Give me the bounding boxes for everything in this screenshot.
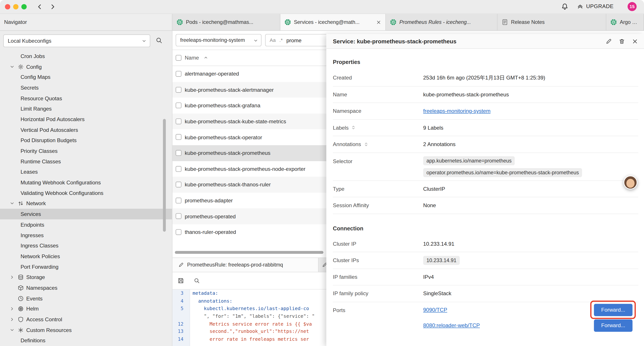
horizontal-scrollbar[interactable]	[175, 251, 324, 254]
save-icon[interactable]	[177, 277, 184, 284]
sidebar-item-namespaces[interactable]: Namespaces	[0, 283, 172, 293]
search-icon[interactable]	[156, 37, 163, 44]
namespace-link[interactable]: freeleaps-monitoring-system	[423, 108, 490, 114]
back-button[interactable]	[36, 3, 43, 10]
sidebar-item-resource-quotas[interactable]: Resource Quotas	[0, 93, 172, 104]
tab-release-notes[interactable]: Release Notes	[498, 14, 606, 30]
row-checkbox[interactable]	[176, 134, 181, 140]
sidebar-item-port-forwarding[interactable]: Port Forwarding	[0, 262, 172, 272]
tab-prometheus-rules-icecheng[interactable]: Prometheus Rules - icecheng...	[386, 14, 497, 30]
selector-badge: operator.prometheus.io/name=kube-prometh…	[423, 168, 582, 177]
row-checkbox[interactable]	[176, 102, 181, 108]
sidebar-item-priority-classes[interactable]: Priority Classes	[0, 146, 172, 156]
port-link[interactable]: 8080:reloader-web/TCP	[423, 322, 480, 329]
row-checkbox[interactable]	[176, 118, 181, 124]
navigator-panel-header: Navigator	[0, 14, 172, 30]
close-tab-icon[interactable]	[376, 19, 381, 25]
namespace-filter-select[interactable]: freeleaps-monitoring-system	[176, 34, 261, 46]
sidebar-scrollbar[interactable]	[163, 119, 166, 232]
line-text: metadata:	[187, 290, 218, 297]
chevron-down-icon[interactable]	[10, 64, 14, 69]
row-checkbox[interactable]	[176, 198, 181, 203]
search-icon[interactable]	[194, 278, 200, 284]
sidebar-item-leases[interactable]: Leases	[0, 167, 172, 177]
expand-collapse-icon[interactable]	[364, 142, 368, 146]
select-all-checkbox[interactable]	[176, 55, 181, 61]
sidebar-item-storage[interactable]: Storage	[0, 272, 172, 283]
expand-collapse-icon[interactable]	[351, 125, 356, 130]
edit-icon[interactable]	[606, 38, 612, 44]
row-checkbox[interactable]	[176, 71, 181, 77]
sidebar-item-validating-webhook-configurations[interactable]: Validating Webhook Configurations	[0, 188, 172, 198]
port-link[interactable]: 9090/TCP	[423, 307, 448, 313]
tab-pods-icecheng-mathmas[interactable]: Pods - icecheng@mathmas...	[172, 14, 280, 30]
chevron-down-icon	[253, 38, 258, 43]
row-checkbox[interactable]	[176, 182, 181, 187]
port-forward-button[interactable]: Forward...	[594, 304, 632, 316]
tab-services-icecheng-math[interactable]: Services - icecheng@math...	[280, 14, 386, 30]
sidebar-item-label: Config	[26, 63, 42, 70]
port-forward-button[interactable]: Forward...	[594, 319, 632, 332]
chevron-right-icon[interactable]	[10, 317, 14, 322]
sidebar-item-limit-ranges[interactable]: Limit Ranges	[0, 104, 172, 114]
row-checkbox[interactable]	[176, 229, 181, 235]
line-number: 12	[172, 320, 187, 328]
detail-row-ports: Ports 9090/TCPForward...8080:reloader-we…	[333, 302, 638, 333]
sidebar-item-runtime-classes[interactable]: Runtime Classes	[0, 156, 172, 167]
sidebar-item-helm[interactable]: Helm	[0, 304, 172, 314]
sidebar-item-label: Port Forwarding	[20, 264, 58, 270]
upgrade-button[interactable]: UPGRADE	[577, 3, 614, 9]
editor-tab[interactable]: PrometheusRule: freeleaps-prod-rabbitmq	[172, 258, 318, 272]
ip-families-label: IP families	[333, 274, 358, 280]
sidebar-item-secrets[interactable]: Secrets	[0, 82, 172, 93]
chevron-down-icon[interactable]	[10, 201, 14, 206]
row-checkbox[interactable]	[176, 87, 181, 92]
regex-toggle[interactable]: .*	[280, 37, 283, 43]
notification-bell-icon[interactable]	[561, 3, 568, 10]
forward-button[interactable]	[49, 3, 56, 10]
sidebar-item-endpoints[interactable]: Endpoints	[0, 219, 172, 230]
navigator-tree: Cron JobsConfigConfig MapsSecretsResourc…	[0, 51, 172, 346]
sidebar-item-custom-resources[interactable]: Custom Resources	[0, 325, 172, 335]
chevron-right-icon[interactable]	[10, 307, 14, 311]
delete-icon[interactable]	[618, 38, 625, 44]
sidebar-item-config[interactable]: Config	[0, 61, 172, 72]
notification-count-badge[interactable]: 15	[628, 2, 636, 11]
close-icon[interactable]	[632, 38, 638, 44]
sidebar-item-pod-disruption-budgets[interactable]: Pod Disruption Budgets	[0, 135, 172, 146]
chevron-down-icon[interactable]	[10, 328, 14, 333]
sidebar-item-mutating-webhook-configurations[interactable]: Mutating Webhook Configurations	[0, 177, 172, 188]
sidebar-item-network[interactable]: Network	[0, 198, 172, 209]
column-header-name[interactable]: Name	[185, 55, 199, 61]
sidebar-item-access-control[interactable]: Access Control	[0, 314, 172, 325]
sidebar-item-label: Pod Disruption Budgets	[20, 137, 77, 143]
tab-argo-se[interactable]: Argo Se...	[606, 14, 644, 30]
row-checkbox[interactable]	[176, 150, 181, 156]
sidebar-item-definitions[interactable]: Definitions	[0, 335, 172, 346]
row-checkbox[interactable]	[176, 213, 181, 219]
sidebar-item-events[interactable]: Events	[0, 293, 172, 304]
kubeconfig-select-value: Local Kubeconfigs	[8, 35, 52, 47]
chevron-right-icon[interactable]	[10, 275, 14, 280]
avatar[interactable]	[624, 175, 638, 189]
tab-bar: Navigator Pods - icecheng@mathmas...Serv…	[0, 14, 644, 31]
sidebar-item-ingresses[interactable]: Ingresses	[0, 230, 172, 240]
sidebar-item-services[interactable]: Services	[0, 209, 172, 219]
sidebar-item-config-maps[interactable]: Config Maps	[0, 72, 172, 82]
row-checkbox[interactable]	[176, 166, 181, 172]
sidebar-item-label: Ingress Classes	[20, 243, 58, 249]
maximize-window-button[interactable]	[21, 4, 26, 9]
sidebar-item-vertical-pod-autoscalers[interactable]: Vertical Pod Autoscalers	[0, 125, 172, 135]
sidebar-item-ingress-classes[interactable]: Ingress Classes	[0, 240, 172, 251]
sort-ascending-icon[interactable]	[204, 55, 208, 60]
kubeconfig-select[interactable]: Local Kubeconfigs	[3, 34, 150, 47]
minimize-window-button[interactable]	[13, 4, 18, 9]
kubernetes-icon	[390, 19, 396, 25]
close-window-button[interactable]	[5, 4, 10, 9]
sidebar-item-horizontal-pod-autoscalers[interactable]: Horizontal Pod Autoscalers	[0, 114, 172, 125]
sidebar-item-cron-jobs[interactable]: Cron Jobs	[0, 51, 172, 61]
selector-badge: app.kubernetes.io/name=prometheus	[423, 156, 515, 165]
sidebar-item-network-policies[interactable]: Network Policies	[0, 251, 172, 262]
service-name: thanos-ruler-operated	[185, 229, 236, 235]
match-case-toggle[interactable]: Aa	[270, 37, 276, 43]
